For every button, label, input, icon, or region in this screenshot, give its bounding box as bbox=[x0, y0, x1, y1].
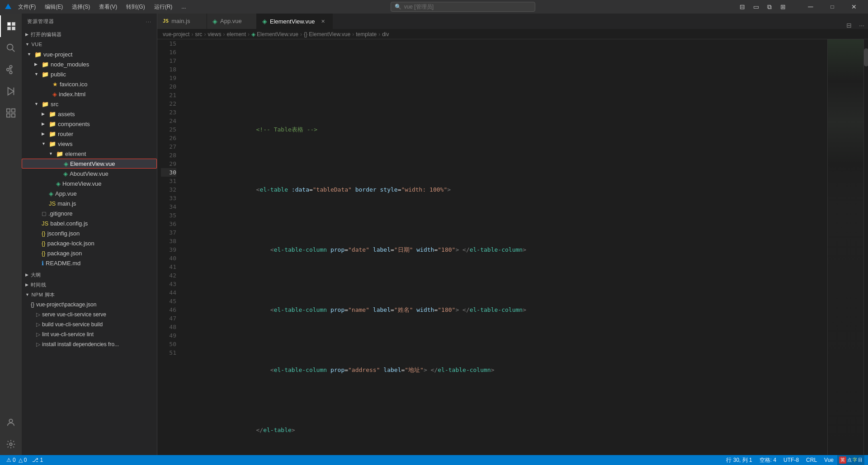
breadcrumb-sep-2: › bbox=[204, 31, 206, 38]
npm-item-install[interactable]: ▷ install install dependencies fro... bbox=[22, 339, 157, 349]
npm-header[interactable]: ▼ NPM 脚本 bbox=[22, 290, 157, 300]
menu-more[interactable]: ... bbox=[178, 3, 189, 11]
breadcrumb-template[interactable]: template bbox=[356, 31, 377, 38]
svg-rect-1 bbox=[8, 23, 10, 25]
sidebar-item-node-modules[interactable]: ▶ 📁 node_modules bbox=[22, 59, 157, 69]
breadcrumb-vue-project[interactable]: vue-project bbox=[163, 31, 189, 38]
search-input[interactable] bbox=[404, 4, 531, 10]
status-eol[interactable]: CRL bbox=[802, 455, 821, 465]
activity-source-control[interactable] bbox=[0, 59, 22, 80]
breadcrumb-sep-4: › bbox=[248, 31, 250, 38]
minimize-btn[interactable]: ─ bbox=[800, 2, 821, 12]
sidebar-toggle-btn[interactable]: ⊟ bbox=[736, 2, 749, 12]
warning-icon: △ bbox=[19, 457, 23, 463]
breadcrumb-sep-1: › bbox=[191, 31, 193, 38]
status-input-method[interactable]: 英 点 字 目 bbox=[837, 455, 864, 465]
sidebar-item-assets[interactable]: ▶ 📁 assets bbox=[22, 109, 157, 119]
status-encoding[interactable]: UTF-8 bbox=[780, 455, 802, 465]
breadcrumb-views[interactable]: views bbox=[208, 31, 221, 38]
error-icon: ⚠ bbox=[6, 457, 11, 463]
maximize-btn[interactable]: □ bbox=[822, 2, 843, 12]
sidebar-item-router[interactable]: ▶ 📁 router bbox=[22, 129, 157, 139]
npm-item-serve[interactable]: ▷ serve vue-cli-service serve bbox=[22, 310, 157, 319]
menu-goto[interactable]: 转到(G) bbox=[123, 2, 148, 12]
sidebar-item-src[interactable]: ▼ 📁 src bbox=[22, 99, 157, 109]
layout-btn-1[interactable]: ▭ bbox=[750, 2, 762, 12]
sidebar-item-babel[interactable]: JS babel.config.js bbox=[22, 218, 157, 228]
sidebar-item-package[interactable]: {} package.json bbox=[22, 248, 157, 258]
breadcrumb-element[interactable]: element bbox=[226, 31, 246, 38]
svg-point-5 bbox=[7, 44, 13, 50]
vue-icon: ◈ bbox=[64, 160, 68, 167]
menu-file[interactable]: 文件(F) bbox=[14, 2, 39, 12]
folder-icon: 📁 bbox=[56, 150, 63, 157]
menu-run[interactable]: 运行(R) bbox=[151, 2, 176, 12]
svg-point-19 bbox=[9, 443, 12, 446]
npm-item-package[interactable]: {} vue-project\package.json bbox=[22, 300, 157, 310]
activity-settings[interactable] bbox=[0, 433, 22, 455]
sidebar-item-vue-project[interactable]: ▼ 📁 vue-project bbox=[22, 49, 157, 59]
activity-account[interactable] bbox=[0, 412, 22, 433]
code-line-21: </el-table> bbox=[180, 417, 827, 443]
sidebar-item-public[interactable]: ▼ 📁 public bbox=[22, 69, 157, 79]
status-line-col[interactable]: 行 30, 列 1 bbox=[722, 455, 755, 465]
activity-extensions[interactable] bbox=[0, 102, 22, 124]
sidebar-item-gitignore[interactable]: ◻ .gitignore bbox=[22, 208, 157, 218]
menu-view[interactable]: 查看(V) bbox=[95, 2, 121, 12]
svg-rect-14 bbox=[7, 109, 10, 112]
layout-btn-3[interactable]: ⊞ bbox=[777, 2, 789, 12]
sidebar-title: 资源管理器 ··· bbox=[22, 14, 157, 29]
sidebar-item-index-html[interactable]: ◈ index.html bbox=[22, 89, 157, 99]
sidebar-item-components[interactable]: ▶ 📁 components bbox=[22, 119, 157, 129]
close-btn[interactable]: ✕ bbox=[844, 2, 864, 12]
sidebar-item-app-vue[interactable]: ◈ App.vue bbox=[22, 188, 157, 198]
menu-edit[interactable]: 编辑(E) bbox=[41, 2, 66, 12]
vue-section-header[interactable]: ▼ VUE bbox=[22, 39, 157, 49]
sidebar-more-btn[interactable]: ··· bbox=[146, 19, 151, 24]
sidebar-item-about-view[interactable]: ◈ AboutView.vue bbox=[22, 169, 157, 178]
outline-header[interactable]: ▶ 大纲 bbox=[22, 270, 157, 280]
code-line-18: <el-table-column prop="date" label="日期" … bbox=[180, 237, 827, 263]
vertical-scrollbar[interactable] bbox=[863, 39, 868, 455]
code-editor[interactable]: <!-- Table表格 --> <el-table :data="tableD… bbox=[180, 39, 827, 455]
open-editors-header[interactable]: ▶ 打开的编辑器 bbox=[22, 29, 157, 39]
breadcrumb-symbol[interactable]: {} ElementView.vue bbox=[304, 31, 350, 38]
more-actions-btn[interactable]: ··· bbox=[855, 22, 868, 29]
sidebar-item-views[interactable]: ▼ 📁 views bbox=[22, 139, 157, 149]
menu-select[interactable]: 选择(S) bbox=[68, 2, 94, 12]
folder-icon: 📁 bbox=[42, 71, 49, 78]
npm-item-lint[interactable]: ▷ lint vue-cli-service lint bbox=[22, 329, 157, 339]
layout-btn-2[interactable]: ⧉ bbox=[763, 2, 776, 12]
status-language[interactable]: Vue bbox=[821, 455, 837, 465]
tab-element-view[interactable]: ◈ ElementView.vue ✕ bbox=[257, 14, 333, 29]
sidebar-item-main-js[interactable]: JS main.js bbox=[22, 198, 157, 208]
svg-rect-15 bbox=[12, 109, 15, 112]
json-icon: {} bbox=[42, 250, 46, 257]
tab-close-btn[interactable]: ✕ bbox=[320, 18, 327, 25]
breadcrumb-file[interactable]: ◈ ElementView.vue bbox=[251, 31, 298, 38]
timeline-header[interactable]: ▶ 时间线 bbox=[22, 280, 157, 290]
activity-search[interactable] bbox=[0, 37, 22, 59]
sidebar-item-element[interactable]: ▼ 📁 element bbox=[22, 149, 157, 159]
sidebar-item-readme[interactable]: ℹ README.md bbox=[22, 258, 157, 268]
npm-item-build[interactable]: ▷ build vue-cli-service build bbox=[22, 319, 157, 329]
status-spaces[interactable]: 空格: 4 bbox=[756, 455, 780, 465]
tab-app-vue[interactable]: ◈ App.vue bbox=[207, 14, 257, 29]
svg-line-6 bbox=[12, 49, 15, 52]
breadcrumb-div[interactable]: div bbox=[382, 31, 389, 38]
breadcrumb-src[interactable]: src bbox=[195, 31, 202, 38]
activity-explorer[interactable] bbox=[0, 15, 22, 37]
sidebar-item-jsconfig[interactable]: {} jsconfig.json bbox=[22, 228, 157, 238]
breadcrumb-sep-6: › bbox=[352, 31, 354, 38]
open-editors-section: ▶ 打开的编辑器 bbox=[22, 29, 157, 39]
sidebar-item-element-view[interactable]: ◈ ElementView.vue bbox=[22, 159, 157, 169]
tab-main-js[interactable]: JS main.js bbox=[157, 14, 207, 29]
split-editor-btn[interactable]: ⊟ bbox=[843, 22, 855, 29]
activity-run[interactable] bbox=[0, 80, 22, 102]
sidebar-item-home-view[interactable]: ◈ HomeView.vue bbox=[22, 178, 157, 188]
sidebar-item-favicon[interactable]: ★ favicon.ico bbox=[22, 79, 157, 89]
sidebar-item-package-lock[interactable]: {} package-lock.json bbox=[22, 238, 157, 248]
status-errors[interactable]: ⚠ 0 △ 0 bbox=[4, 455, 29, 465]
svg-point-8 bbox=[9, 71, 12, 74]
status-git[interactable]: ⎇ 1 bbox=[29, 455, 46, 465]
